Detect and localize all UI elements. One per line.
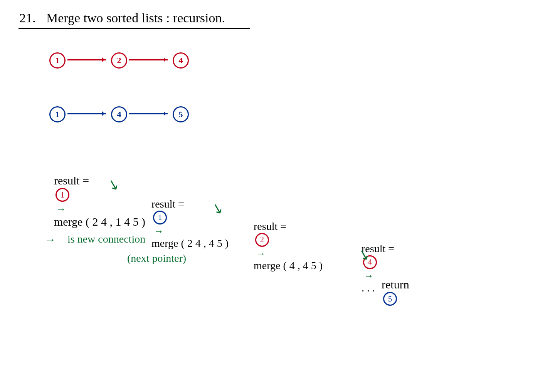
- picked-node-red: 2: [255, 233, 269, 247]
- step5-return: return 5: [370, 265, 409, 319]
- legend-arrow-icon: →: [44, 233, 56, 246]
- arrow-icon: [129, 59, 168, 60]
- step2: result = 1 → merge ( 2 4 , 4 5 ): [141, 186, 229, 262]
- next-pointer-arrow: →: [56, 204, 66, 215]
- problem-title: Merge two sorted lists : recursion.: [46, 11, 225, 25]
- arrow-icon: [67, 59, 106, 60]
- arrow-icon: [129, 113, 168, 114]
- problem-number: 21.: [19, 11, 36, 25]
- whiteboard-diagram: 21. Merge two sorted lists : recursion. …: [0, 0, 555, 392]
- list1-node-3: 4: [173, 52, 189, 69]
- title-underline: [18, 28, 250, 29]
- legend-line2: (next pointer): [127, 252, 186, 265]
- arrow-icon: [67, 113, 106, 114]
- list2-node-3: 5: [173, 106, 189, 122]
- picked-node-blue: 1: [153, 211, 167, 224]
- picked-node-red: 1: [56, 188, 69, 202]
- list1-node-1: 1: [49, 52, 66, 69]
- returned-node-blue: 5: [383, 292, 397, 306]
- list2-node-2: 4: [111, 106, 127, 122]
- step3: result = 2 → merge ( 4 , 4 5 ): [243, 208, 323, 284]
- list2-node-1: 1: [49, 106, 66, 122]
- next-pointer-arrow: →: [154, 226, 164, 237]
- next-pointer-arrow: →: [256, 248, 266, 260]
- list1-node-2: 2: [111, 52, 127, 69]
- step1: result = 1 → merge ( 2 4 , 1 4 5 ): [42, 161, 145, 241]
- legend-line1: is new connection: [67, 233, 145, 245]
